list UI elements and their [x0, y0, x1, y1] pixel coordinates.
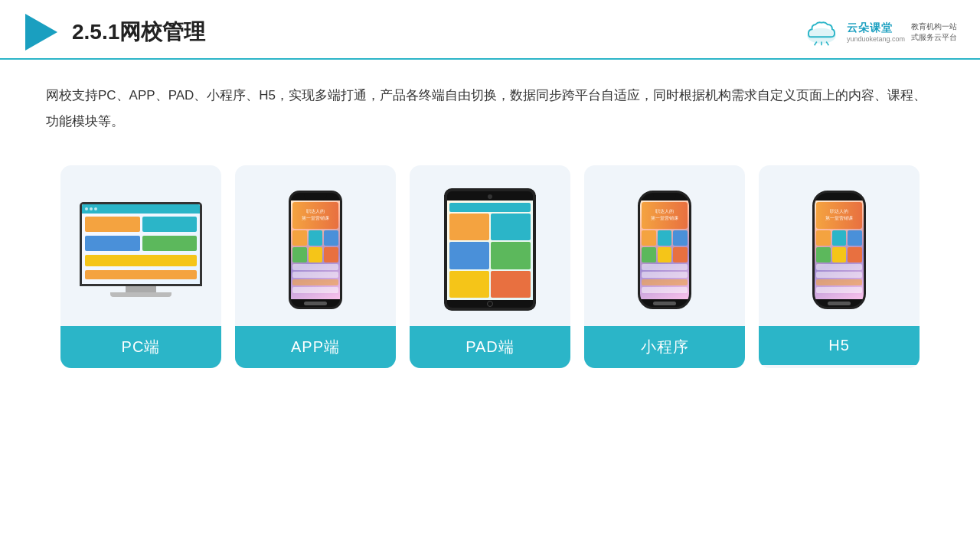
h5-phone-mockup: 职达人的第一堂营销课	[812, 191, 866, 309]
header-left: 2.5.1网校管理	[23, 14, 205, 51]
card-pc-image	[60, 165, 221, 326]
svg-point-0	[807, 28, 835, 43]
card-app: 职达人的第一堂营销课 APP端	[235, 165, 396, 368]
app-phone-mockup: 职达人的第一堂营销课	[289, 191, 342, 309]
card-app-label: APP端	[235, 326, 396, 368]
card-app-image: 职达人的第一堂营销课	[235, 165, 396, 326]
header: 2.5.1网校管理 云朵课堂 yunduoketang.com 教育机构一站 式…	[0, 0, 980, 60]
logo-slogan: 教育机构一站 式服务云平台	[911, 21, 957, 43]
pad-tablet-mockup	[444, 188, 536, 311]
logo-text-block: 云朵课堂 yunduoketang.com	[847, 21, 905, 43]
card-pc-label: PC端	[60, 326, 221, 368]
card-miniprogram: 职达人的第一堂营销课 小程序	[584, 165, 745, 368]
cards-container: PC端 职达人的第一堂营销课	[0, 142, 980, 383]
card-h5-label: H5	[759, 326, 920, 365]
logo-url: yunduoketang.com	[847, 35, 905, 43]
page-title: 2.5.1网校管理	[72, 18, 205, 47]
pc-base	[110, 292, 172, 297]
card-miniprogram-label: 小程序	[584, 326, 745, 368]
play-triangle	[25, 14, 57, 51]
card-h5: 职达人的第一堂营销课 H5	[759, 165, 920, 368]
card-pad: PAD端	[410, 165, 570, 368]
card-miniprogram-image: 职达人的第一堂营销课	[584, 165, 745, 326]
card-pad-label: PAD端	[410, 326, 570, 368]
pc-screen	[80, 202, 202, 286]
card-pc: PC端	[60, 165, 221, 368]
logo-name: 云朵课堂	[847, 21, 893, 35]
card-pad-image	[410, 165, 570, 326]
description: 网校支持PC、APP、PAD、小程序、H5，实现多端打通，产品各终端自由切换，数…	[0, 60, 980, 142]
miniprogram-phone-mockup: 职达人的第一堂营销课	[638, 191, 691, 309]
cloud-logo-icon	[802, 19, 841, 46]
pc-stand	[126, 286, 156, 292]
play-icon	[23, 14, 60, 51]
pc-mockup	[76, 202, 206, 297]
header-right: 云朵课堂 yunduoketang.com 教育机构一站 式服务云平台	[802, 19, 957, 46]
card-h5-image: 职达人的第一堂营销课	[759, 165, 920, 326]
description-text: 网校支持PC、APP、PAD、小程序、H5，实现多端打通，产品各终端自由切换，数…	[46, 88, 926, 129]
